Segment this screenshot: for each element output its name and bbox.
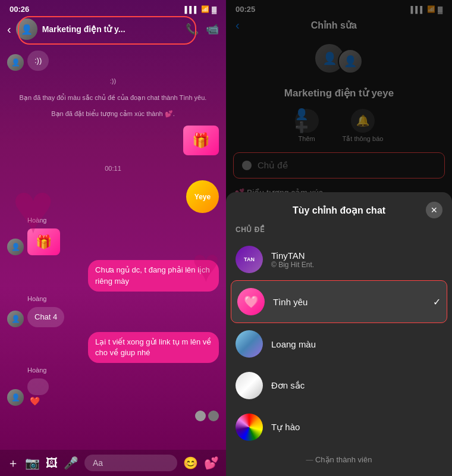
chan-thanh-vien-text: Chặn thành viên xyxy=(315,455,372,464)
left-bottom-bar: ＋ 📷 🖼 🎤 Aa 😊 💕 xyxy=(0,450,226,476)
left-status-icons: ▌▌▌ 📶 ▓ xyxy=(185,5,216,13)
heart-reaction: ❤️ xyxy=(30,396,49,406)
tinytan-sub: © Big Hit Ent. xyxy=(271,261,442,269)
close-icon: ✕ xyxy=(431,205,438,215)
msg-sender-hoang-1: Hoàng xyxy=(27,217,219,224)
gift-sticker-outgoing: 🎁 xyxy=(183,126,219,155)
bubble-out-2: Lại t viết xong gửi link tụ m lên về cho… xyxy=(88,332,219,363)
msg-avatar-hoang-3: 👤 xyxy=(7,389,24,406)
gift-msg-outgoing: 🎁 xyxy=(7,126,219,155)
phone-icon[interactable]: 📞 xyxy=(186,23,199,36)
message-input[interactable]: Aa xyxy=(84,455,177,471)
emoji-button[interactable]: 😊 xyxy=(183,456,198,470)
left-header-avatar: 👤 xyxy=(16,18,37,40)
msg-avatar-hoang-2: 👤 xyxy=(7,311,24,327)
camera-icon[interactable]: 📷 xyxy=(25,456,40,470)
tinytan-info: TinyTAN © Big Hit Ent. xyxy=(271,250,442,269)
header-actions: 📞 📹 xyxy=(186,23,219,36)
video-icon[interactable]: 📹 xyxy=(206,23,219,36)
chat-messages: 👤 :)) :)) Bạn đã thay đổi màu sắc chủ đề… xyxy=(0,45,226,450)
msg-avatar-small: 👤 xyxy=(7,54,24,71)
theme-item-donsac[interactable]: Đơn sắc xyxy=(226,365,452,406)
left-header: ‹ 👤 Marketing điện tử y... 📞 📹 xyxy=(0,16,226,45)
bubble-out-1: Chưa ngủ dc, t đang phải lên lịch riêng … xyxy=(88,260,219,291)
tinytan-icon: TAN xyxy=(236,246,263,273)
footer-label: — Chặn thành viên xyxy=(226,448,452,464)
theme-item-tinytan[interactable]: TAN TinyTAN © Big Hit Ent. xyxy=(226,239,452,280)
gift-sticker-incoming: 🎁 xyxy=(27,228,60,255)
back-button[interactable]: ‹ xyxy=(7,23,11,36)
msg-row-gift-incoming: 👤 🎁 xyxy=(7,228,219,255)
msg-with-reaction: ❤️ xyxy=(27,378,49,406)
tuhao-name: Tự hào xyxy=(271,422,442,433)
photo-icon[interactable]: 🖼 xyxy=(46,456,58,470)
theme-check-icon: ✓ xyxy=(433,296,441,308)
msg-row-avatar: 👤 :)) xyxy=(7,51,219,71)
tinhyeu-emoji: 🩷 xyxy=(244,295,259,309)
heart-button[interactable]: 💕 xyxy=(204,456,219,470)
bubble-in-3 xyxy=(27,378,49,395)
left-time: 00:26 xyxy=(10,5,29,14)
modal-sheet: Tùy chỉnh đoạn chat ✕ CHỦ ĐỀ TAN TinyTAN… xyxy=(226,192,452,476)
donsac-icon xyxy=(236,372,263,399)
theme-item-loangmau[interactable]: Loang màu xyxy=(226,323,452,365)
msg-avatar-hoang-1: 👤 xyxy=(7,239,24,255)
msg-row-out-2: Lại t viết xong gửi link tụ m lên về cho… xyxy=(7,332,219,363)
system-msg-3: Bạn đã đặt biểu tượng cảm xúc thành 💕. xyxy=(7,109,219,118)
tuhao-info: Tự hào xyxy=(271,422,442,433)
signal-icon: ▌▌▌ xyxy=(185,6,199,13)
wifi-icon: 📶 xyxy=(201,5,209,13)
tinytan-name: TinyTAN xyxy=(271,250,442,261)
msg-row-in-3: 👤 ❤️ xyxy=(7,378,219,406)
modal-close-button[interactable]: ✕ xyxy=(426,202,442,218)
modal-overlay: Tùy chỉnh đoạn chat ✕ CHỦ ĐỀ TAN TinyTAN… xyxy=(226,0,452,476)
donsac-name: Đơn sắc xyxy=(271,380,442,391)
left-status-bar: 00:26 ▌▌▌ 📶 ▓ xyxy=(0,0,226,16)
tinhyeu-name: Tình yêu xyxy=(273,297,425,307)
loangmau-icon xyxy=(236,330,263,358)
yeye-sticker-row: Yeye xyxy=(7,180,219,213)
battery-icon: ▓ xyxy=(212,6,216,13)
mic-icon[interactable]: 🎤 xyxy=(64,456,79,470)
donsac-info: Đơn sắc xyxy=(271,380,442,391)
left-panel: ♥ ♥ 00:26 ▌▌▌ 📶 ▓ ‹ 👤 Marketing điện tử … xyxy=(0,0,226,476)
add-icon[interactable]: ＋ xyxy=(7,455,19,471)
receipt-avatar-1 xyxy=(208,411,219,421)
system-msg-1: :)) xyxy=(7,77,219,86)
header-group-name: Marketing điện tử y... xyxy=(42,24,186,34)
time-label: 00:11 xyxy=(7,165,219,172)
msg-row-in-2: 👤 Chat 4 xyxy=(7,307,219,327)
msg-sender-hoang-3: Hoàng xyxy=(27,367,219,374)
yeye-sticker: Yeye xyxy=(186,180,219,213)
loangmau-name: Loang màu xyxy=(271,339,442,349)
input-placeholder: Aa xyxy=(93,458,103,468)
tinhyeu-icon: 🩷 xyxy=(237,288,265,315)
tinhyeu-info: Tình yêu xyxy=(273,297,425,307)
theme-item-tuhao[interactable]: Tự hào xyxy=(226,406,452,448)
tinytan-text: TAN xyxy=(244,256,255,263)
bubble-in-2: Chat 4 xyxy=(27,307,64,327)
msg-sender-hoang-2: Hoàng xyxy=(27,295,219,302)
msg-row-out-1: Chưa ngủ dc, t đang phải lên lịch riêng … xyxy=(7,260,219,291)
tuhao-icon xyxy=(236,414,263,441)
theme-item-tinhyeu[interactable]: 🩷 Tình yêu ✓ xyxy=(231,280,447,323)
right-panel: 00:25 ▌▌▌ 📶 ▓ ‹ Chỉnh sửa 👤 👤 Marketing … xyxy=(226,0,452,476)
receipt-avatar-2 xyxy=(195,411,206,421)
system-msg-2: Bạn đã thay đổi màu sắc chủ đề của đoạn … xyxy=(7,93,219,102)
modal-title: Tùy chỉnh đoạn chat xyxy=(252,205,426,216)
loangmau-info: Loang màu xyxy=(271,339,442,349)
read-receipts xyxy=(7,411,219,421)
bubble-emoticon: :)) xyxy=(27,51,49,71)
modal-header: Tùy chỉnh đoạn chat ✕ xyxy=(226,192,452,223)
modal-section-label: CHỦ ĐỀ xyxy=(226,223,452,239)
